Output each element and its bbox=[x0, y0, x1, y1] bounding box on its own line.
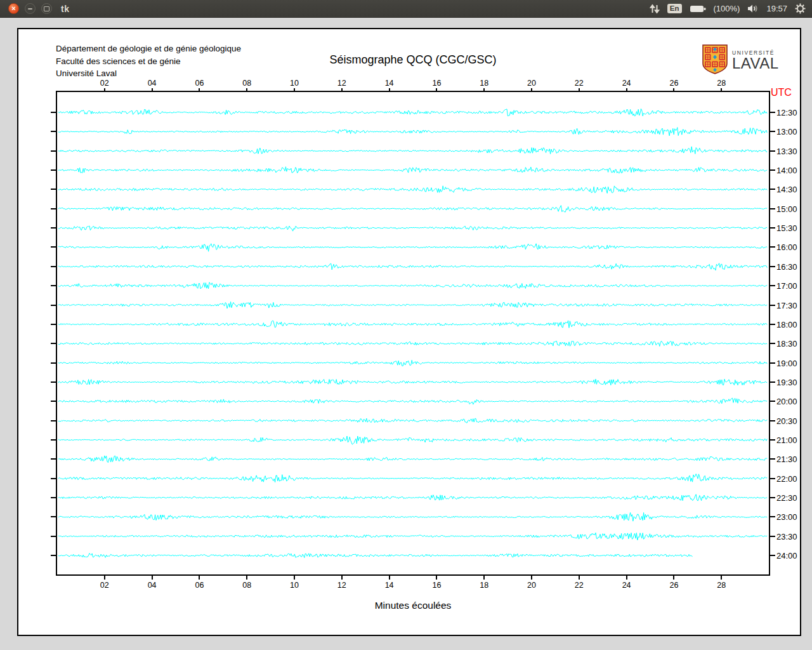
x-tick-mark-top bbox=[579, 88, 580, 92]
x-tick-label-top: 12 bbox=[329, 79, 355, 88]
trace-row-tick-right bbox=[770, 362, 775, 364]
trace-row-tick-left bbox=[51, 112, 57, 113]
chart-title: Séismographe QCQ (CGC/GSC) bbox=[57, 53, 769, 67]
seismo-trace-row bbox=[58, 244, 767, 251]
x-tick-mark-top bbox=[341, 88, 343, 92]
x-tick-mark-top bbox=[389, 88, 390, 92]
x-tick-mark-bottom bbox=[389, 576, 390, 580]
trace-time-label: 24:00 bbox=[776, 551, 797, 560]
trace-row-tick-right bbox=[770, 439, 775, 441]
trace-row-tick-left bbox=[51, 536, 57, 537]
laval-shield-icon bbox=[702, 44, 728, 77]
close-icon: × bbox=[11, 5, 15, 12]
trace-row-tick-left bbox=[51, 150, 57, 152]
x-tick-label-top: 18 bbox=[471, 79, 497, 88]
trace-time-label: 15:00 bbox=[776, 204, 797, 214]
x-tick-label-top: 16 bbox=[424, 79, 449, 88]
trace-row-tick-right bbox=[770, 497, 775, 498]
utc-axis-label: UTC bbox=[771, 87, 792, 98]
trace-row-tick-right bbox=[770, 266, 775, 267]
seismo-trace-row bbox=[58, 147, 767, 154]
x-tick-mark-top bbox=[199, 88, 200, 92]
session-gear-icon[interactable] bbox=[795, 3, 806, 14]
volume-icon[interactable] bbox=[747, 4, 759, 13]
x-tick-mark-bottom bbox=[152, 576, 153, 580]
close-button[interactable]: × bbox=[8, 3, 19, 14]
x-tick-mark-bottom bbox=[436, 576, 437, 580]
trace-row-tick-left bbox=[51, 208, 57, 209]
trace-time-label: 15:30 bbox=[776, 223, 797, 233]
x-tick-mark-top bbox=[104, 88, 105, 92]
trace-row-tick-right bbox=[770, 536, 775, 537]
x-tick-label-top: 02 bbox=[92, 79, 117, 88]
x-tick-label-bottom: 16 bbox=[424, 581, 449, 590]
seismo-trace-row bbox=[58, 456, 767, 463]
x-tick-label-bottom: 10 bbox=[282, 581, 307, 590]
trace-row-tick-right bbox=[770, 189, 775, 190]
trace-time-label: 14:30 bbox=[776, 185, 797, 194]
trace-time-label: 12:30 bbox=[776, 108, 797, 117]
x-tick-mark-bottom bbox=[721, 576, 722, 580]
seismo-trace-row bbox=[58, 109, 767, 116]
seismo-trace-row bbox=[58, 418, 767, 423]
x-tick-label-bottom: 12 bbox=[329, 581, 355, 590]
minimize-button[interactable] bbox=[25, 3, 36, 14]
trace-time-label: 16:00 bbox=[776, 242, 797, 252]
trace-time-label: 19:30 bbox=[776, 378, 797, 387]
seismo-trace-row bbox=[58, 282, 767, 289]
network-updown-arrows-icon[interactable] bbox=[650, 4, 660, 14]
trace-row-tick-left bbox=[51, 246, 57, 248]
app-window: Département de géologie et de génie géol… bbox=[17, 28, 801, 636]
trace-time-label: 23:30 bbox=[776, 532, 797, 541]
trace-row-tick-left bbox=[51, 381, 57, 383]
desktop-background: Département de géologie et de génie géol… bbox=[0, 18, 812, 650]
x-tick-mark-top bbox=[721, 88, 722, 92]
trace-time-label: 21:00 bbox=[776, 435, 797, 445]
titlebar[interactable]: × tk En (100%) bbox=[0, 0, 812, 18]
x-tick-mark-bottom bbox=[246, 576, 247, 580]
trace-row-tick-left bbox=[51, 324, 57, 325]
x-tick-label-bottom: 04 bbox=[140, 581, 165, 590]
trace-row-tick-right bbox=[770, 381, 775, 383]
trace-row-tick-right bbox=[770, 131, 775, 132]
x-tick-mark-bottom bbox=[104, 576, 105, 580]
trace-row-tick-left bbox=[51, 131, 57, 132]
logo-laval-text: LAVAL bbox=[732, 56, 779, 71]
trace-row-tick-left bbox=[51, 362, 57, 364]
x-tick-mark-top bbox=[152, 88, 153, 92]
trace-row-tick-left bbox=[51, 227, 57, 229]
seismo-trace-row bbox=[58, 128, 767, 136]
x-tick-label-bottom: 28 bbox=[709, 581, 734, 590]
x-tick-mark-bottom bbox=[531, 576, 532, 580]
seismo-trace-row bbox=[58, 360, 767, 366]
trace-row-tick-right bbox=[770, 227, 775, 229]
trace-time-label: 13:30 bbox=[776, 147, 797, 156]
trace-time-label: 18:30 bbox=[776, 339, 797, 348]
trace-row-tick-right bbox=[770, 285, 775, 286]
x-tick-mark-bottom bbox=[341, 576, 343, 580]
x-tick-mark-bottom bbox=[579, 576, 580, 580]
trace-time-label: 18:00 bbox=[776, 320, 797, 329]
seismo-trace-row bbox=[58, 302, 767, 308]
x-tick-label-bottom: 14 bbox=[377, 581, 402, 590]
x-axis-title: Minutes écoulées bbox=[57, 600, 769, 611]
seismogram-plot bbox=[56, 91, 770, 576]
trace-row-tick-left bbox=[51, 266, 57, 267]
trace-row-tick-left bbox=[51, 439, 57, 441]
x-tick-label-bottom: 20 bbox=[519, 581, 544, 590]
trace-row-tick-right bbox=[770, 555, 775, 556]
trace-row-tick-right bbox=[770, 343, 775, 344]
battery-percentage[interactable]: (100%) bbox=[714, 4, 740, 13]
trace-time-label: 22:00 bbox=[776, 474, 797, 484]
keyboard-layout-indicator[interactable]: En bbox=[667, 4, 682, 13]
battery-icon[interactable] bbox=[690, 4, 706, 13]
x-tick-mark-bottom bbox=[294, 576, 295, 580]
x-tick-mark-top bbox=[436, 88, 437, 92]
trace-time-label: 17:00 bbox=[776, 281, 797, 291]
maximize-button[interactable] bbox=[41, 3, 52, 14]
seismo-trace-row bbox=[58, 321, 767, 328]
clock[interactable]: 19:57 bbox=[766, 4, 787, 13]
x-tick-label-bottom: 18 bbox=[471, 581, 497, 590]
trace-row-tick-left bbox=[51, 516, 57, 517]
trace-row-tick-left bbox=[51, 305, 57, 306]
